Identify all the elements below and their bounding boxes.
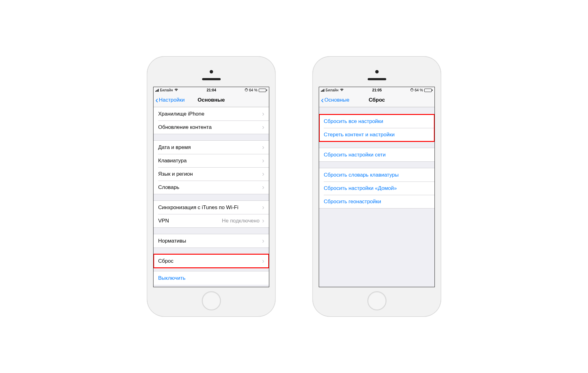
row-itunes-wifi[interactable]: Синхронизация с iTunes по Wi-Fi › [153,201,269,214]
camera-dot [375,70,378,73]
back-button[interactable]: ‹ Настройки [153,96,185,104]
row-label: Сбросить все настройки [324,118,430,125]
back-button[interactable]: ‹ Основные [319,96,349,104]
chevron-right-icon: › [262,123,264,131]
row-reset[interactable]: Сброс › [153,254,269,268]
row-label: Словарь [158,184,262,191]
chevron-right-icon: › [262,143,264,151]
home-button[interactable] [367,291,387,310]
row-erase-all[interactable]: Стереть контент и настройки [319,128,435,141]
group-shutdown: Выключить [153,271,269,285]
group-input: Дата и время › Клавиатура › Язык и регио… [153,140,269,194]
row-label: Обновление контента [158,124,262,130]
chevron-right-icon: › [262,257,264,265]
content-left[interactable]: Хранилище iPhone › Обновление контента ›… [153,107,269,287]
row-vpn[interactable]: VPN Не подключено › [153,214,269,227]
row-shutdown[interactable]: Выключить [153,271,269,285]
row-reset-keyboard-dict[interactable]: Сбросить словарь клавиатуры [319,168,435,182]
row-label: VPN [158,218,222,224]
lock-icon [410,88,413,93]
row-reset-all-settings[interactable]: Сбросить все настройки [319,115,435,128]
phone-right: Билайн 21:05 64 % ‹ Основные [313,56,441,317]
nav-bar: ‹ Настройки Основные [153,93,269,107]
group-sync: Синхронизация с iTunes по Wi-Fi › VPN Не… [153,200,269,228]
row-label: Хранилище iPhone [158,111,262,117]
row-datetime[interactable]: Дата и время › [153,141,269,154]
row-reset-network[interactable]: Сбросить настройки сети [319,148,435,161]
signal-icon [321,89,324,92]
group-network: Сбросить настройки сети [319,148,435,162]
row-background-refresh[interactable]: Обновление контента › [153,121,269,134]
row-keyboard[interactable]: Клавиатура › [153,154,269,167]
earpiece [202,78,221,80]
home-button[interactable] [202,291,221,310]
svg-point-1 [410,88,413,91]
chevron-right-icon: › [262,183,264,191]
status-bar: Билайн 21:05 64 % [319,87,435,93]
row-label: Сбросить геонастройки [324,199,430,205]
battery-percent: 64 % [249,88,257,92]
chevron-right-icon: › [262,170,264,178]
chevron-right-icon: › [262,157,264,165]
row-reset-location[interactable]: Сбросить геонастройки [319,195,435,208]
phone-left: Билайн 21:04 64 % ‹ Настройки [147,56,275,317]
chevron-right-icon: › [262,217,264,225]
wifi-icon [174,88,178,92]
chevron-right-icon: › [262,204,264,212]
chevron-left-icon: ‹ [321,96,324,104]
screen-left: Билайн 21:04 64 % ‹ Настройки [153,87,269,287]
row-label: Клавиатура [158,158,262,164]
status-time: 21:04 [207,88,216,92]
svg-point-0 [245,88,248,91]
group-regulatory: Нормативы › [153,234,269,248]
row-label: Сброс [158,258,262,264]
group-reset-all: Сбросить все настройки Стереть контент и… [319,115,435,142]
row-reset-home[interactable]: Сбросить настройки «Домой» [319,182,435,195]
row-label: Дата и время [158,144,262,151]
row-label: Синхронизация с iTunes по Wi-Fi [158,204,262,211]
row-regulatory[interactable]: Нормативы › [153,234,269,248]
row-label: Выключить [158,275,264,281]
row-language[interactable]: Язык и регион › [153,167,269,181]
chevron-right-icon: › [262,110,264,118]
earpiece [368,78,386,80]
row-storage[interactable]: Хранилище iPhone › [153,107,269,121]
battery-icon [259,89,267,92]
camera-dot [210,70,213,73]
row-dictionary[interactable]: Словарь › [153,181,269,194]
group-storage: Хранилище iPhone › Обновление контента › [153,107,269,134]
row-value: Не подключено [222,218,260,224]
row-label: Язык и регион [158,171,262,177]
row-label: Сбросить словарь клавиатуры [324,172,430,178]
carrier-label: Билайн [326,88,339,92]
chevron-left-icon: ‹ [155,96,158,104]
row-label: Сбросить настройки сети [324,152,430,158]
carrier-label: Билайн [160,88,173,92]
group-other-resets: Сбросить словарь клавиатуры Сбросить нас… [319,168,435,208]
screen-right: Билайн 21:05 64 % ‹ Основные [319,87,435,287]
signal-icon [155,89,159,92]
row-label: Стереть контент и настройки [324,132,430,138]
battery-percent: 64 % [415,88,423,92]
wifi-icon [340,88,344,92]
row-label: Нормативы [158,238,262,244]
content-right[interactable]: Сбросить все настройки Стереть контент и… [319,107,435,287]
battery-icon [424,89,433,92]
row-label: Сбросить настройки «Домой» [324,185,430,191]
back-label: Основные [324,97,349,103]
back-label: Настройки [159,97,184,103]
nav-bar: ‹ Основные Сброс [319,93,435,107]
group-reset: Сброс › [153,254,269,268]
status-time: 21:05 [372,88,382,92]
status-bar: Билайн 21:04 64 % [153,87,269,93]
chevron-right-icon: › [262,237,264,245]
lock-icon [245,88,248,93]
